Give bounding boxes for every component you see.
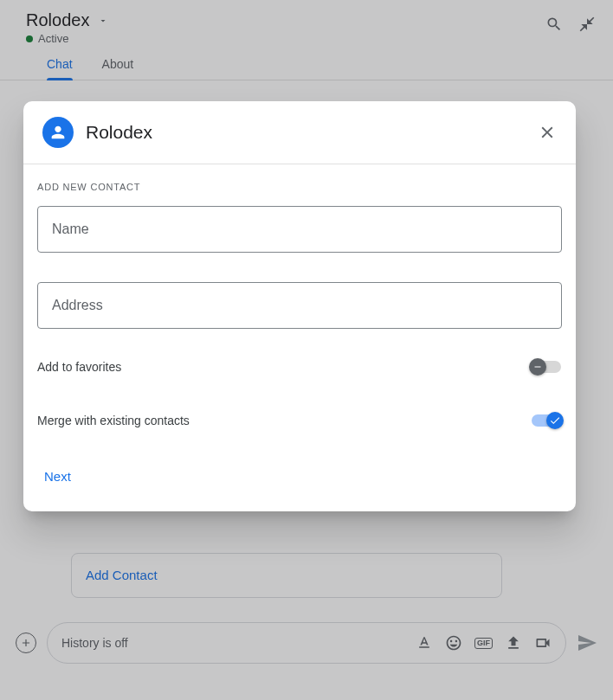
favorites-row: Add to favorites xyxy=(37,358,562,376)
name-field[interactable] xyxy=(37,206,562,253)
check-icon xyxy=(549,414,561,427)
merge-label: Merge with existing contacts xyxy=(37,414,190,427)
address-field[interactable] xyxy=(37,282,562,329)
close-icon[interactable] xyxy=(538,123,557,142)
dialog-title: Rolodex xyxy=(86,122,152,143)
favorites-label: Add to favorites xyxy=(37,360,121,374)
dialog-header: Rolodex xyxy=(23,101,576,164)
dialog-header-left: Rolodex xyxy=(42,117,152,148)
dialog-body: Add new contact Add to favorites Merge w… xyxy=(23,164,576,511)
toggle-thumb xyxy=(546,412,564,429)
dash-icon xyxy=(532,362,543,372)
contact-avatar-icon xyxy=(42,117,74,148)
toggle-thumb xyxy=(529,358,546,376)
section-label: Add new contact xyxy=(37,182,562,192)
next-button[interactable]: Next xyxy=(37,466,78,487)
favorites-toggle[interactable] xyxy=(531,358,562,376)
merge-toggle[interactable] xyxy=(531,412,562,429)
merge-row: Merge with existing contacts xyxy=(37,412,562,429)
add-contact-dialog: Rolodex Add new contact Add to favorites… xyxy=(23,101,576,511)
